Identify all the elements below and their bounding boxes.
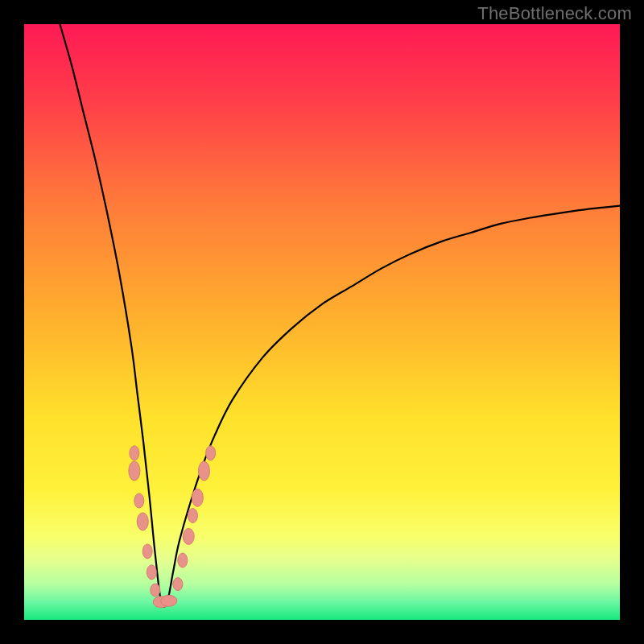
marker-bead (198, 461, 209, 481)
marker-bead (192, 489, 203, 506)
marker-bead (188, 509, 197, 523)
marker-bead (142, 544, 152, 559)
marker-bead (147, 565, 156, 580)
chart-frame: TheBottleneck.com (0, 0, 644, 644)
marker-bead (137, 513, 148, 530)
marker-bead (173, 578, 183, 591)
marker-bead (134, 493, 144, 508)
marker-bead (161, 595, 177, 606)
plot-area (24, 24, 620, 620)
marker-bead (178, 553, 188, 568)
marker-bead (129, 461, 140, 481)
marker-bead (151, 584, 160, 597)
watermark-text: TheBottleneck.com (477, 3, 632, 24)
curve-layer (24, 24, 620, 620)
marker-bead (183, 528, 194, 544)
marker-bead (206, 446, 216, 460)
marker-bead (130, 446, 139, 460)
highlight-beads (129, 446, 216, 608)
